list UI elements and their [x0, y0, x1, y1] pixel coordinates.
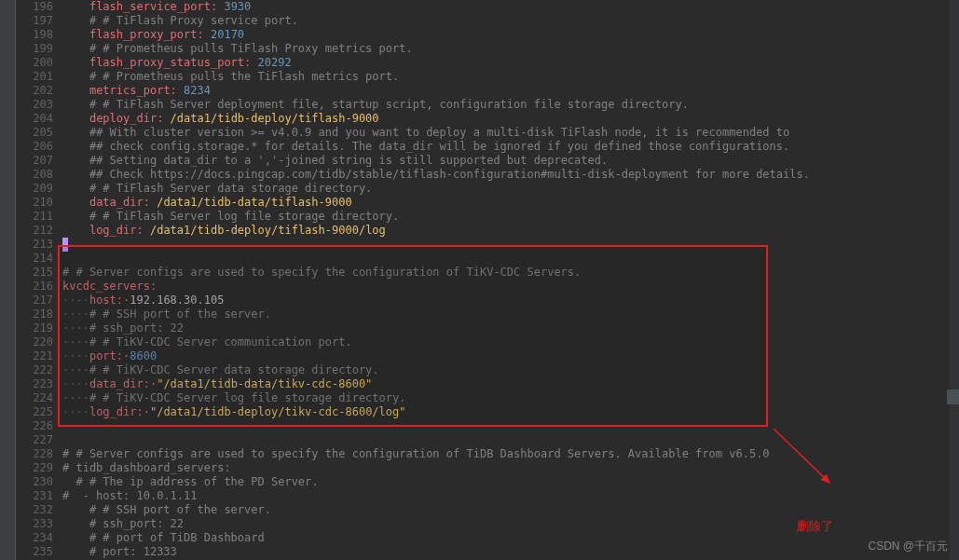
- line-number: 207: [16, 154, 62, 168]
- line-number: 218: [16, 307, 62, 321]
- code-line[interactable]: 218····# # SSH port of the server.: [16, 307, 959, 321]
- code-line[interactable]: 202 metrics_port: 8234: [16, 84, 959, 98]
- line-content: [62, 433, 959, 447]
- code-line[interactable]: 211 # # TiFlash Server log file storage …: [16, 210, 959, 224]
- line-content: ····# # TiKV-CDC Server data storage dir…: [62, 363, 959, 377]
- code-line[interactable]: 213: [16, 238, 959, 252]
- line-content: ## With cluster version >= v4.0.9 and yo…: [62, 126, 959, 140]
- line-content: # # TiFlash Server deployment file, star…: [62, 98, 959, 112]
- code-line[interactable]: 235 # port: 12333: [16, 545, 959, 559]
- code-line[interactable]: 220····# # TiKV-CDC Server communication…: [16, 335, 959, 349]
- line-number: 220: [16, 335, 62, 349]
- minimap[interactable]: [950, 0, 959, 560]
- line-content: ····# ssh_port: 22: [62, 321, 959, 335]
- line-number: 229: [16, 461, 62, 475]
- code-line[interactable]: 210 data_dir: /data1/tidb-data/tiflash-9…: [16, 196, 959, 210]
- line-content: # # Server configs are used to specify t…: [62, 447, 959, 461]
- line-number: 233: [16, 517, 62, 531]
- code-line[interactable]: 231# - host: 10.0.1.11: [16, 489, 959, 503]
- code-line[interactable]: 222····# # TiKV-CDC Server data storage …: [16, 363, 959, 377]
- code-line[interactable]: 232 # # SSH port of the server.: [16, 503, 959, 517]
- code-line[interactable]: 225····log_dir:·"/data1/tidb-deploy/tikv…: [16, 405, 959, 419]
- code-line[interactable]: 209 # # TiFlash Server data storage dire…: [16, 182, 959, 196]
- code-editor[interactable]: 196 flash_service_port: 3930197 # # TiFl…: [16, 0, 959, 560]
- line-number: 201: [16, 70, 62, 84]
- line-content: flash_service_port: 3930: [62, 0, 959, 14]
- code-line[interactable]: 196 flash_service_port: 3930: [16, 0, 959, 14]
- code-line[interactable]: 229# tidb_dashboard_servers:: [16, 461, 959, 475]
- line-number: 228: [16, 447, 62, 461]
- code-line[interactable]: 227: [16, 433, 959, 447]
- line-number: 208: [16, 168, 62, 182]
- code-line[interactable]: 212 log_dir: /data1/tidb-deploy/tiflash-…: [16, 224, 959, 238]
- line-number: 212: [16, 224, 62, 238]
- code-line[interactable]: 203 # # TiFlash Server deployment file, …: [16, 98, 959, 112]
- line-number: 234: [16, 531, 62, 545]
- watermark: CSDN @千百元: [868, 539, 948, 554]
- line-number: 222: [16, 363, 62, 377]
- deleted-annotation-label: 删除了: [797, 518, 833, 535]
- line-content: ····port:·8600: [62, 349, 959, 363]
- code-line[interactable]: 200 flash_proxy_status_port: 20292: [16, 56, 959, 70]
- code-line[interactable]: 217··-·host:·192.168.30.105: [16, 294, 959, 307]
- line-number: 232: [16, 503, 62, 517]
- code-line[interactable]: 204 deploy_dir: /data1/tidb-deploy/tifla…: [16, 112, 959, 126]
- line-content: ## Setting data_dir to a ','-joined stri…: [62, 154, 959, 168]
- line-content: # # Prometheus pulls TiFlash Proxy metri…: [62, 42, 959, 56]
- line-content: # port: 12333: [62, 545, 959, 559]
- line-content: [62, 238, 959, 252]
- line-content: data_dir: /data1/tidb-data/tiflash-9000: [62, 196, 959, 210]
- line-content: ## Check https://docs.pingcap.com/tidb/s…: [62, 168, 959, 182]
- code-line[interactable]: 224····# # TiKV-CDC Server log file stor…: [16, 391, 959, 405]
- line-content: # tidb_dashboard_servers:: [62, 461, 959, 475]
- code-line[interactable]: 197 # # TiFlash Proxy service port.: [16, 14, 959, 28]
- line-number: 235: [16, 545, 62, 559]
- line-content: ····log_dir:·"/data1/tidb-deploy/tikv-cd…: [62, 405, 959, 419]
- line-number: 211: [16, 210, 62, 224]
- line-number: 202: [16, 84, 62, 98]
- line-content: ····# # SSH port of the server.: [62, 307, 959, 321]
- line-number: 213: [16, 238, 62, 252]
- code-line[interactable]: 215# # Server configs are used to specif…: [16, 266, 959, 280]
- code-line[interactable]: 214: [16, 252, 959, 266]
- code-line[interactable]: 206 ## check config.storage.* for detail…: [16, 140, 959, 154]
- code-line[interactable]: 201 # # Prometheus pulls the TiFlash met…: [16, 70, 959, 84]
- minimap-slider[interactable]: [947, 389, 959, 404]
- line-number: 226: [16, 419, 62, 433]
- line-number: 231: [16, 489, 62, 503]
- line-content: kvcdc_servers:: [62, 280, 959, 294]
- code-line[interactable]: 216kvcdc_servers:: [16, 280, 959, 294]
- line-number: 198: [16, 28, 62, 42]
- line-content: ····# # TiKV-CDC Server communication po…: [62, 335, 959, 349]
- line-content: flash_proxy_status_port: 20292: [62, 56, 959, 70]
- line-number: 205: [16, 126, 62, 140]
- code-line[interactable]: 228# # Server configs are used to specif…: [16, 447, 959, 461]
- code-line[interactable]: 207 ## Setting data_dir to a ','-joined …: [16, 154, 959, 168]
- line-content: log_dir: /data1/tidb-deploy/tiflash-9000…: [62, 224, 959, 238]
- code-line[interactable]: 223····data_dir:·"/data1/tidb-data/tikv-…: [16, 377, 959, 391]
- line-content: # # TiFlash Server log file storage dire…: [62, 210, 959, 224]
- line-number: 199: [16, 42, 62, 56]
- code-line[interactable]: 226: [16, 419, 959, 433]
- code-line[interactable]: 221····port:·8600: [16, 349, 959, 363]
- cursor: [62, 238, 68, 252]
- line-content: # # TiFlash Proxy service port.: [62, 14, 959, 28]
- line-content: ## check config.storage.* for details. T…: [62, 140, 959, 154]
- line-content: deploy_dir: /data1/tidb-deploy/tiflash-9…: [62, 112, 959, 126]
- code-line[interactable]: 208 ## Check https://docs.pingcap.com/ti…: [16, 168, 959, 182]
- line-number: 227: [16, 433, 62, 447]
- code-line[interactable]: 205 ## With cluster version >= v4.0.9 an…: [16, 126, 959, 140]
- code-line[interactable]: 230 # # The ip address of the PD Server.: [16, 475, 959, 489]
- line-content: [62, 419, 959, 433]
- line-number: 200: [16, 56, 62, 70]
- activity-bar[interactable]: [0, 0, 16, 560]
- line-number: 214: [16, 252, 62, 266]
- code-line[interactable]: 198 flash_proxy_port: 20170: [16, 28, 959, 42]
- line-content: # - host: 10.0.1.11: [62, 489, 959, 503]
- line-number: 219: [16, 321, 62, 335]
- line-number: 197: [16, 14, 62, 28]
- code-line[interactable]: 219····# ssh_port: 22: [16, 321, 959, 335]
- line-number: 225: [16, 405, 62, 419]
- line-content: # # Prometheus pulls the TiFlash metrics…: [62, 70, 959, 84]
- code-line[interactable]: 199 # # Prometheus pulls TiFlash Proxy m…: [16, 42, 959, 56]
